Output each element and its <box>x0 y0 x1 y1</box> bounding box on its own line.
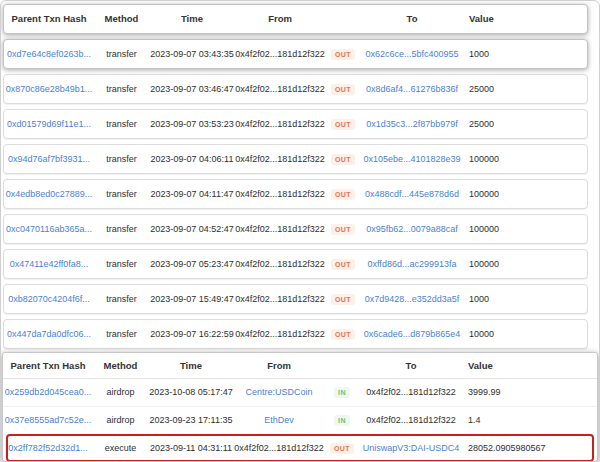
direction-cell: IN <box>324 387 360 398</box>
method-cell: transfer <box>94 260 149 269</box>
to-link[interactable]: UniswapV3:DAI-USDC4 <box>360 444 462 453</box>
time-cell: 2023-09-23 17:11:35 <box>148 416 234 425</box>
main-table-header-row: Parent Txn HashMethodTimeFromToValue <box>3 4 588 34</box>
to-link[interactable]: 0xffd86d...ac299913fa <box>361 260 463 269</box>
from-cell: 0x4f2f02...181d12f322 <box>235 190 325 199</box>
to-link[interactable]: 0x1d35c3...2f87bb979f <box>361 120 463 129</box>
txn-hash-link[interactable]: 0x447da7da0dfc06... <box>4 330 94 339</box>
value-cell: 100000 <box>463 190 573 199</box>
table-row: 0x94d76af7bf3931...transfer2023-09-07 04… <box>3 144 588 174</box>
from-cell: 0x4f2f02...181d12f322 <box>235 155 325 164</box>
txn-hash-link[interactable]: 0x4edb8ed0c27889... <box>4 190 94 199</box>
method-cell: transfer <box>94 295 149 304</box>
method-cell: transfer <box>94 120 149 129</box>
method-cell: transfer <box>94 50 149 59</box>
to-link[interactable]: 0x95fb62...0079a88caf <box>361 225 463 234</box>
time-cell: 2023-10-08 05:17:47 <box>148 388 234 397</box>
from-link[interactable]: Centre:USDCoin <box>234 388 324 397</box>
value-cell: 10000 <box>463 330 573 339</box>
table-row: 0xb82070c4204f6f...transfer2023-09-07 15… <box>3 284 588 314</box>
time-cell: 2023-09-07 03:43:35 <box>149 50 235 59</box>
txn-hash-link[interactable]: 0xb82070c4204f6f... <box>4 295 94 304</box>
column-header-to: To <box>361 14 463 24</box>
to-link[interactable]: 0x62c6ce...5bfc400955 <box>361 50 463 59</box>
table-row: 0x2ff782f52d32d1...execute2023-09-11 04:… <box>3 434 597 462</box>
to-link[interactable]: 0x6cade6...d879b865e4 <box>361 330 463 339</box>
time-cell: 2023-09-07 05:23:47 <box>149 260 235 269</box>
from-cell: 0x4f2f02...181d12f322 <box>235 85 325 94</box>
time-cell: 2023-09-11 04:31:11 <box>148 444 234 453</box>
txn-hash-link[interactable]: 0x94d76af7bf3931... <box>4 155 94 164</box>
txn-hash-link[interactable]: 0x259db2d045cea0... <box>3 388 93 397</box>
from-cell: 0x4f2f02...181d12f322 <box>235 330 325 339</box>
from-cell: 0x4f2f02...181d12f322 <box>235 225 325 234</box>
direction-badge-out: OUT <box>331 259 355 270</box>
method-cell: transfer <box>94 85 149 94</box>
time-cell: 2023-09-07 04:52:47 <box>149 225 235 234</box>
direction-cell: OUT <box>325 154 361 165</box>
time-cell: 2023-09-07 15:49:47 <box>149 295 235 304</box>
txn-hash-link[interactable]: 0x2ff782f52d32d1... <box>3 444 93 453</box>
method-cell: airdrop <box>93 416 148 425</box>
column-header-time: Time <box>149 14 235 24</box>
txn-hash-link[interactable]: 0x870c86e28b49b1... <box>4 85 94 94</box>
from-cell: 0x4f2f02...181d12f322 <box>235 120 325 129</box>
direction-badge-out: OUT <box>331 84 355 95</box>
column-header-from: From <box>235 14 325 24</box>
direction-cell: OUT <box>325 189 361 200</box>
to-link[interactable]: 0x7d9428...e352dd3a5f <box>361 295 463 304</box>
txn-hash-link[interactable]: 0xd7e64c8ef0263b... <box>4 50 94 59</box>
table-row: 0x4edb8ed0c27889...transfer2023-09-07 04… <box>3 179 588 209</box>
column-header-time: Time <box>148 361 234 371</box>
value-cell: 1000 <box>463 50 573 59</box>
method-cell: execute <box>93 444 148 453</box>
to-link[interactable]: 0x8d6af4...61276b836f <box>361 85 463 94</box>
txn-hash-link[interactable]: 0xd01579d69f11e1... <box>4 120 94 129</box>
direction-cell: OUT <box>325 84 361 95</box>
table-row: 0xd01579d69f11e1...transfer2023-09-07 03… <box>3 109 588 139</box>
time-cell: 2023-09-07 03:46:47 <box>149 85 235 94</box>
overlay-table-header-row: Parent Txn HashMethodTimeFromToValue <box>3 353 597 379</box>
column-header-from: From <box>234 361 324 371</box>
method-cell: transfer <box>94 190 149 199</box>
method-cell: transfer <box>94 155 149 164</box>
direction-cell: OUT <box>325 119 361 130</box>
column-header-value: Value <box>462 361 572 371</box>
direction-cell: OUT <box>325 259 361 270</box>
to-link[interactable]: 0x105ebe...4101828e39 <box>361 155 463 164</box>
direction-cell: OUT <box>324 443 360 454</box>
value-cell: 25000 <box>463 120 573 129</box>
txn-hash-link[interactable]: 0x47411e42ff0fa8... <box>4 260 94 269</box>
value-cell: 25000 <box>463 85 573 94</box>
to-cell: 0x4f2f02...181d12f322 <box>360 416 462 425</box>
time-cell: 2023-09-07 04:11:47 <box>149 190 235 199</box>
time-cell: 2023-09-07 16:22:59 <box>149 330 235 339</box>
direction-cell: IN <box>324 415 360 426</box>
table-row: 0x37e8555ad7c52e...airdrop2023-09-23 17:… <box>3 406 597 434</box>
direction-badge-out: OUT <box>331 189 355 200</box>
txn-hash-link[interactable]: 0xc0470116ab365a... <box>4 225 94 234</box>
txn-hash-link[interactable]: 0x37e8555ad7c52e... <box>3 416 93 425</box>
direction-badge-out: OUT <box>330 443 354 454</box>
direction-badge-out: OUT <box>331 49 355 60</box>
method-cell: transfer <box>94 225 149 234</box>
value-cell: 100000 <box>463 155 573 164</box>
method-cell: transfer <box>94 330 149 339</box>
value-cell: 3999.99 <box>462 388 572 397</box>
from-cell: 0x4f2f02...181d12f322 <box>235 260 325 269</box>
direction-badge-in: IN <box>334 415 350 426</box>
from-cell: 0x4f2f02...181d12f322 <box>235 50 325 59</box>
from-link[interactable]: EthDev <box>234 416 324 425</box>
value-cell: 1.4 <box>462 416 572 425</box>
transactions-table-overlay: Parent Txn HashMethodTimeFromToValue 0x2… <box>2 352 598 462</box>
direction-badge-in: IN <box>334 387 350 398</box>
column-header-method: Method <box>94 14 149 24</box>
value-cell: 28052.0905980567 <box>462 444 572 453</box>
table-row: 0x870c86e28b49b1...transfer2023-09-07 03… <box>3 74 588 104</box>
to-link[interactable]: 0x488cdf...445e878d6d <box>361 190 463 199</box>
column-header-hash: Parent Txn Hash <box>4 14 94 24</box>
direction-badge-out: OUT <box>331 119 355 130</box>
value-cell: 100000 <box>463 260 573 269</box>
time-cell: 2023-09-07 04:06:11 <box>149 155 235 164</box>
time-cell: 2023-09-07 03:53:23 <box>149 120 235 129</box>
